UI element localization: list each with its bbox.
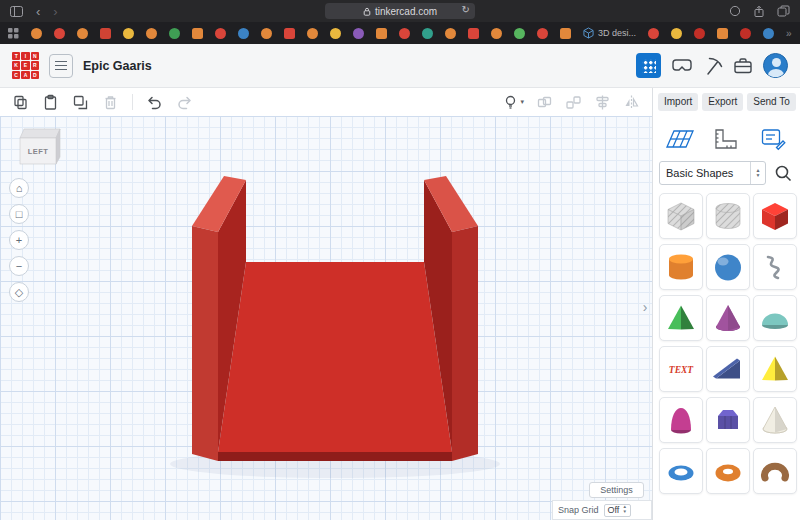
url-bar[interactable]: tinkercad.com ↻ bbox=[325, 3, 475, 19]
zoom-out-button[interactable]: − bbox=[9, 256, 29, 276]
zoom-in-button[interactable]: + bbox=[9, 230, 29, 250]
bookmark-favicon[interactable] bbox=[100, 28, 111, 39]
settings-button[interactable]: ◇ bbox=[9, 282, 29, 302]
bookmark-favicon[interactable] bbox=[54, 28, 65, 39]
shape-tube[interactable] bbox=[706, 448, 750, 494]
pickaxe-icon[interactable] bbox=[703, 56, 723, 76]
bookmark-favicon[interactable] bbox=[648, 28, 659, 39]
shape-wedge[interactable] bbox=[706, 346, 750, 392]
paste-icon[interactable] bbox=[42, 94, 59, 111]
fit-button[interactable]: □ bbox=[9, 204, 29, 224]
shape-box-hole[interactable] bbox=[659, 193, 703, 239]
bookmarks-overflow-icon[interactable]: » bbox=[786, 28, 792, 39]
goggles-icon[interactable] bbox=[671, 58, 693, 74]
bookmark-favicon[interactable] bbox=[491, 28, 502, 39]
bookmark-favicon[interactable] bbox=[169, 28, 180, 39]
bookmark-favicon[interactable] bbox=[445, 28, 456, 39]
undo-icon[interactable] bbox=[146, 94, 163, 111]
copy-icon[interactable] bbox=[12, 94, 29, 111]
share-icon[interactable] bbox=[753, 5, 765, 18]
export-button[interactable]: Export bbox=[702, 93, 743, 111]
shape-paraboloid[interactable] bbox=[659, 397, 703, 443]
bookmark-favicon[interactable] bbox=[537, 28, 548, 39]
shape-scribble[interactable] bbox=[753, 244, 797, 290]
shape-polygon[interactable] bbox=[706, 397, 750, 443]
shape-cylinder[interactable] bbox=[659, 244, 703, 290]
shape-cone[interactable] bbox=[706, 295, 750, 341]
shape-pyramid[interactable] bbox=[659, 295, 703, 341]
bookmark-favicon[interactable] bbox=[261, 28, 272, 39]
design-title[interactable]: Epic Gaaris bbox=[83, 59, 152, 73]
duplicate-icon[interactable] bbox=[72, 94, 89, 111]
bookmark-favicon[interactable] bbox=[77, 28, 88, 39]
reload-icon[interactable]: ↻ bbox=[462, 4, 470, 15]
align-icon[interactable] bbox=[594, 94, 611, 111]
redo-icon[interactable] bbox=[176, 94, 193, 111]
sidebar-icon[interactable] bbox=[10, 6, 23, 17]
tabs-icon[interactable] bbox=[777, 5, 790, 17]
privacy-icon[interactable] bbox=[729, 5, 741, 17]
group-icon[interactable] bbox=[536, 94, 553, 111]
tinkercad-logo[interactable]: TINKERCAD bbox=[12, 52, 39, 79]
bookmark-favicon[interactable] bbox=[694, 28, 705, 39]
bookmark-favicon[interactable] bbox=[284, 28, 295, 39]
shape-roof[interactable] bbox=[753, 346, 797, 392]
bookmark-favicon[interactable] bbox=[422, 28, 433, 39]
bookmark-favicon[interactable] bbox=[763, 28, 774, 39]
view-cube[interactable]: LEFT bbox=[12, 122, 68, 172]
bookmark-favicon[interactable] bbox=[307, 28, 318, 39]
bookmark-favicon[interactable] bbox=[740, 28, 751, 39]
search-icon[interactable] bbox=[772, 162, 794, 184]
bookmark-favicon[interactable] bbox=[376, 28, 387, 39]
home-button[interactable]: ⌂ bbox=[9, 178, 29, 198]
shape-half-sphere[interactable] bbox=[753, 295, 797, 341]
workplane-canvas[interactable]: LEFT ⌂□+−◇ › Settings Snap Grid Off ▲▼ bbox=[0, 116, 652, 520]
show-all-icon[interactable]: ▾ bbox=[502, 94, 524, 111]
collapse-panel-handle[interactable]: › bbox=[639, 292, 651, 322]
bookmark-favicon[interactable] bbox=[31, 28, 42, 39]
bookmark-favicon[interactable] bbox=[353, 28, 364, 39]
stepper-icon[interactable]: ▲▼ bbox=[750, 162, 765, 184]
bookmark-favicon[interactable] bbox=[123, 28, 134, 39]
snap-grid-select[interactable]: Off ▲▼ bbox=[604, 504, 631, 517]
avatar[interactable] bbox=[763, 53, 788, 78]
import-button[interactable]: Import bbox=[658, 93, 698, 111]
shape-torus[interactable] bbox=[659, 448, 703, 494]
bookmark-3d-design[interactable]: 3D desi... bbox=[583, 27, 636, 39]
bookmark-favicon[interactable] bbox=[192, 28, 203, 39]
bookmark-favicon[interactable] bbox=[560, 28, 571, 39]
back-icon[interactable]: ‹ bbox=[36, 5, 40, 18]
bookmark-favicon[interactable] bbox=[238, 28, 249, 39]
shape-crescent[interactable] bbox=[753, 448, 797, 494]
forward-icon[interactable]: › bbox=[53, 5, 57, 18]
workplane-tool-icon[interactable] bbox=[661, 123, 699, 155]
bookmark-favicon[interactable] bbox=[717, 28, 728, 39]
shape-sphere[interactable] bbox=[706, 244, 750, 290]
bookmark-favicon[interactable] bbox=[399, 28, 410, 39]
bookmark-favicon[interactable] bbox=[514, 28, 525, 39]
shape-text[interactable]: TEXT bbox=[659, 346, 703, 392]
apps-grid-button[interactable] bbox=[636, 53, 661, 78]
settings-button[interactable]: Settings bbox=[589, 482, 644, 498]
bookmark-favicon[interactable] bbox=[146, 28, 157, 39]
mirror-icon[interactable] bbox=[623, 94, 640, 111]
shape-category-select[interactable]: Basic Shapes ▲▼ bbox=[659, 161, 766, 185]
shape-box[interactable] bbox=[753, 193, 797, 239]
stepper-icon[interactable]: ▲▼ bbox=[622, 505, 626, 515]
bookmarks-grid-icon[interactable] bbox=[8, 28, 19, 39]
delete-icon[interactable] bbox=[102, 94, 119, 111]
bookmark-favicon[interactable] bbox=[468, 28, 479, 39]
briefcase-icon[interactable] bbox=[733, 56, 753, 75]
bookmark-favicon[interactable] bbox=[330, 28, 341, 39]
design-menu-icon[interactable] bbox=[49, 54, 73, 78]
bookmark-favicon[interactable] bbox=[671, 28, 682, 39]
send-to-button[interactable]: Send To bbox=[747, 93, 796, 111]
ungroup-icon[interactable] bbox=[565, 94, 582, 111]
bookmark-favicon[interactable] bbox=[215, 28, 226, 39]
shape-cylinder-hole[interactable] bbox=[706, 193, 750, 239]
chevron-down-icon[interactable]: ▾ bbox=[520, 98, 524, 106]
ruler-tool-icon[interactable] bbox=[707, 123, 745, 155]
u-channel-object[interactable] bbox=[0, 116, 652, 520]
notes-tool-icon[interactable] bbox=[754, 123, 792, 155]
shape-cone-white[interactable] bbox=[753, 397, 797, 443]
